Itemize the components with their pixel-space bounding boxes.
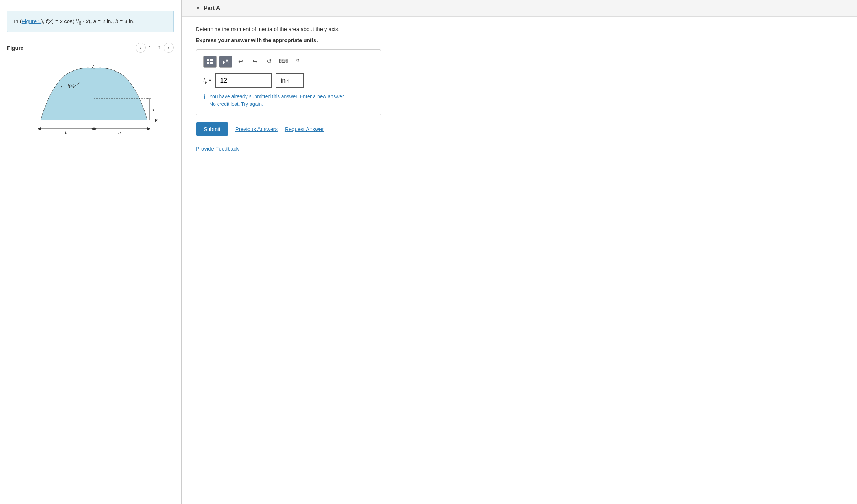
unit-exponent: 4 — [286, 78, 289, 84]
svg-text:b: b — [118, 130, 121, 135]
svg-text:y = f(x): y = f(x) — [60, 83, 74, 88]
svg-rect-24 — [210, 62, 213, 64]
svg-rect-23 — [207, 62, 209, 64]
figure-title: Figure — [7, 45, 23, 51]
grid-icon — [207, 59, 213, 64]
figure-canvas: y = f(x) x y a b — [7, 56, 174, 148]
redo-button[interactable]: ↪ — [249, 56, 261, 68]
figure-link[interactable]: Figure 1 — [22, 18, 41, 24]
info-line2: No credit lost. Try again. — [209, 100, 345, 108]
question-bold: Express your answer with the appropriate… — [196, 37, 843, 43]
refresh-icon: ↺ — [267, 58, 272, 65]
svg-marker-17 — [91, 127, 94, 130]
grid-button[interactable] — [203, 56, 217, 68]
info-line1: You have already submitted this answer. … — [209, 93, 345, 100]
part-title: Part A — [204, 5, 220, 11]
mu-button[interactable]: μÄ — [219, 56, 232, 68]
answer-unit: in4 — [276, 73, 304, 88]
svg-text:y: y — [91, 63, 94, 69]
undo-icon: ↩ — [238, 58, 243, 65]
figure-diagram: y = f(x) x y a b — [23, 63, 158, 141]
left-panel: In (Figure 1), f(x) = 2 cos(π/6 · x), a … — [0, 0, 182, 504]
right-panel: ▼ Part A Determine the moment of inertia… — [182, 0, 857, 504]
redo-icon: ↪ — [252, 58, 257, 65]
svg-marker-18 — [147, 127, 150, 130]
provide-feedback-link[interactable]: Provide Feedback — [196, 146, 843, 152]
part-chevron-icon: ▼ — [196, 6, 200, 11]
help-button[interactable]: ? — [292, 56, 304, 68]
page-indicator: 1 of 1 — [148, 45, 161, 51]
toolbar: μÄ ↩ ↪ ↺ ⌨ ? — [203, 56, 373, 68]
info-message: ℹ You have already submitted this answer… — [203, 93, 373, 108]
figure-section: Figure ‹ 1 of 1 › y = f(x) — [7, 43, 174, 148]
question-text: Determine the moment of inertia of the a… — [196, 25, 843, 33]
submit-row: Submit Previous Answers Request Answer — [196, 122, 843, 136]
figure-prev-button[interactable]: ‹ — [136, 43, 146, 53]
keyboard-button[interactable]: ⌨ — [277, 56, 289, 68]
figure-header: Figure ‹ 1 of 1 › — [7, 43, 174, 56]
svg-rect-22 — [210, 59, 213, 61]
mu-label: μÄ — [223, 59, 229, 64]
keyboard-icon: ⌨ — [279, 58, 288, 65]
svg-rect-21 — [207, 59, 209, 61]
info-icon: ℹ — [203, 93, 206, 101]
request-answer-button[interactable]: Request Answer — [285, 126, 324, 132]
unit-base: in — [281, 77, 286, 84]
submit-button[interactable]: Submit — [196, 122, 228, 136]
help-icon: ? — [296, 58, 299, 65]
problem-statement: In (Figure 1), f(x) = 2 cos(π/6 · x), a … — [7, 11, 174, 32]
answer-input[interactable] — [215, 73, 272, 88]
info-text: You have already submitted this answer. … — [209, 93, 345, 108]
svg-text:b: b — [65, 130, 67, 135]
svg-text:a: a — [152, 107, 154, 112]
svg-marker-13 — [38, 127, 41, 130]
svg-text:x: x — [155, 117, 158, 123]
answer-row: Iy = in4 — [203, 73, 373, 88]
figure-next-button[interactable]: › — [164, 43, 174, 53]
previous-answers-button[interactable]: Previous Answers — [235, 126, 278, 132]
answer-label: Iy = — [203, 77, 211, 84]
undo-button[interactable]: ↩ — [235, 56, 247, 68]
refresh-button[interactable]: ↺ — [263, 56, 275, 68]
part-header: ▼ Part A — [182, 0, 857, 17]
answer-container: μÄ ↩ ↪ ↺ ⌨ ? Iy = in4 — [196, 49, 381, 115]
figure-nav: ‹ 1 of 1 › — [136, 43, 174, 53]
